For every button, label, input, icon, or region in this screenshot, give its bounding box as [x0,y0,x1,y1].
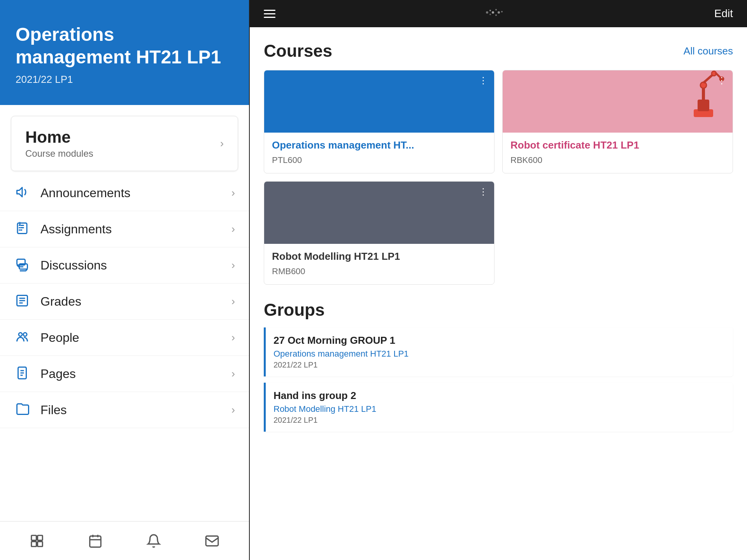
svg-rect-16 [32,535,37,540]
pages-icon [14,366,30,382]
course-card-body-c1: Operations management HT... PTL600 [264,133,494,173]
courses-section-header: Courses All courses [264,41,733,61]
bottom-nav-calendar[interactable] [80,530,110,552]
course-card-image-c2: ⋮ [503,70,733,133]
svg-point-27 [492,11,494,14]
discussions-chevron: › [231,259,235,271]
svg-rect-20 [90,536,101,547]
home-card-title: Home [25,128,93,147]
group-g1-course: Operations management HT21 LP1 [274,349,725,359]
all-courses-link[interactable]: All courses [684,45,733,57]
svg-point-36 [700,82,707,88]
nav-list: Announcements › Assignments › Discussion… [0,175,249,521]
course-card-c3[interactable]: ⋮ Robot Modelling HT21 LP1 RMB600 [264,181,494,285]
course-card-code-c2: RBK600 [510,155,725,165]
svg-rect-24 [206,536,218,546]
course-menu-c1[interactable]: ⋮ [479,76,489,85]
grades-chevron: › [231,295,235,308]
svg-point-28 [495,9,497,10]
course-card-image-c3: ⋮ [264,182,494,244]
nav-item-pages[interactable]: Pages › [0,356,249,392]
bottom-nav-notifications[interactable] [139,530,169,552]
assignments-label: Assignments [40,222,112,236]
course-card-c2[interactable]: ⋮ [502,70,733,173]
grades-icon [14,294,30,309]
discussions-label: Discussions [40,258,107,273]
grades-label: Grades [40,294,81,309]
svg-rect-18 [32,541,37,546]
nav-item-files[interactable]: Files › [0,392,249,428]
files-icon [14,402,30,418]
top-bar-logo [479,5,510,23]
course-card-c1[interactable]: ⋮ Operations management HT... PTL600 [264,70,494,173]
edit-button[interactable]: Edit [714,7,733,20]
pages-chevron: › [231,368,235,380]
courses-grid: ⋮ Operations management HT... PTL600 ⋮ [264,70,733,285]
course-menu-c3[interactable]: ⋮ [479,187,489,196]
courses-title: Courses [264,41,332,61]
bottom-nav-dashboard[interactable] [22,530,52,552]
course-menu-c2[interactable]: ⋮ [717,76,727,85]
svg-line-37 [703,74,713,83]
files-chevron: › [231,404,235,416]
svg-rect-19 [38,541,43,546]
dashboard-icon [30,534,44,548]
group-g2-title: Hand ins group 2 [274,390,725,402]
pages-label: Pages [40,367,76,381]
course-card-body-c3: Robot Modelling HT21 LP1 RMB600 [264,244,494,284]
right-content: Courses All courses ⋮ Operations managem… [250,27,747,560]
calendar-icon [88,534,103,548]
svg-rect-17 [38,535,43,540]
assignments-chevron: › [231,223,235,235]
svg-point-11 [23,333,27,336]
nav-item-assignments[interactable]: Assignments › [0,211,249,247]
right-panel: Edit Courses All courses ⋮ Operations ma… [249,0,747,560]
svg-rect-34 [698,100,709,111]
course-subtitle: 2021/22 LP1 [16,74,233,86]
announcements-label: Announcements [40,186,130,200]
svg-point-29 [498,11,500,14]
people-icon [14,330,30,345]
nav-item-discussions[interactable]: Discussions › [0,247,249,284]
svg-point-25 [486,11,488,14]
left-panel: Operations management HT21 LP1 2021/22 L… [0,0,249,560]
home-card[interactable]: Home Course modules › [11,116,238,171]
group-g1-title: 27 Oct Morning GROUP 1 [274,334,725,346]
course-card-title-c1: Operations management HT... [272,139,486,152]
assignment-icon [14,221,30,237]
mail-icon [205,534,219,548]
bottom-nav-messages[interactable] [197,530,227,552]
course-card-image-c1: ⋮ [264,70,494,133]
bell-icon [146,534,161,548]
group-g2-term: 2021/22 LP1 [274,416,725,425]
group-g2-course: Robot Modelling HT21 LP1 [274,404,725,414]
group-item-g1[interactable]: 27 Oct Morning GROUP 1 Operations manage… [264,327,733,376]
announcement-icon [14,185,30,201]
files-label: Files [40,403,67,417]
people-chevron: › [231,331,235,344]
course-title: Operations management HT21 LP1 [16,23,233,68]
svg-point-31 [489,14,491,15]
home-card-subtitle: Course modules [25,148,93,159]
top-bar: Edit [250,0,747,27]
nav-item-announcements[interactable]: Announcements › [0,175,249,211]
discussion-icon [14,257,30,273]
hamburger-menu[interactable] [264,10,275,18]
course-card-body-c2: Robot certificate HT21 LP1 RBK600 [503,133,733,173]
course-card-title-c3: Robot Modelling HT21 LP1 [272,250,486,263]
course-header: Operations management HT21 LP1 2021/22 L… [0,0,249,105]
announcements-chevron: › [231,187,235,199]
svg-point-30 [501,11,503,12]
group-item-g2[interactable]: Hand ins group 2 Robot Modelling HT21 LP… [264,383,733,432]
svg-point-26 [489,10,491,11]
course-card-code-c1: PTL600 [272,155,486,165]
svg-point-10 [19,333,22,336]
nav-item-people[interactable]: People › [0,320,249,356]
bottom-nav [0,521,249,560]
svg-point-32 [495,14,497,16]
people-label: People [40,331,79,345]
groups-title: Groups [264,300,733,320]
group-g1-term: 2021/22 LP1 [274,360,725,369]
nav-item-grades[interactable]: Grades › [0,284,249,320]
course-card-title-c2: Robot certificate HT21 LP1 [510,139,725,152]
